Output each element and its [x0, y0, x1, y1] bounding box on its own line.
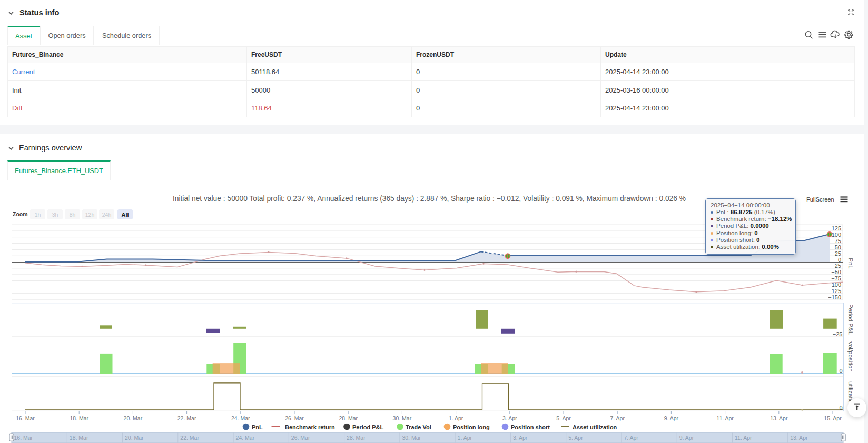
- svg-text:Benchmark return: Benchmark return: [285, 424, 335, 430]
- svg-text:−125: −125: [828, 288, 841, 294]
- svg-text:0: 0: [838, 257, 841, 263]
- svg-text:PnL: PnL: [847, 258, 854, 269]
- svg-text:20. Mar: 20. Mar: [124, 415, 143, 421]
- svg-text:5. Apr: 5. Apr: [568, 435, 583, 441]
- svg-text:−75: −75: [831, 275, 841, 281]
- svg-text:20. Mar: 20. Mar: [125, 435, 144, 441]
- svg-text:30. Mar: 30. Mar: [393, 415, 412, 421]
- svg-text:16. Mar: 16. Mar: [16, 415, 35, 421]
- svg-text:3. Apr: 3. Apr: [513, 435, 528, 441]
- svg-text:9. Apr: 9. Apr: [679, 435, 694, 441]
- svg-text:5. Apr: 5. Apr: [556, 415, 571, 421]
- svg-text:24. Mar: 24. Mar: [236, 435, 255, 441]
- svg-text:30. Mar: 30. Mar: [402, 435, 421, 441]
- svg-text:−50: −50: [831, 269, 841, 275]
- svg-text:18. Mar: 18. Mar: [70, 435, 88, 441]
- svg-text:24. Mar: 24. Mar: [231, 415, 250, 421]
- svg-text:Position long: Position long: [453, 424, 490, 430]
- svg-text:9. Apr: 9. Apr: [664, 415, 679, 421]
- svg-text:1. Apr: 1. Apr: [449, 415, 463, 421]
- svg-text:Trade Vol: Trade Vol: [406, 424, 431, 430]
- svg-text:vol/position: vol/position: [847, 341, 854, 372]
- svg-text:11. Apr: 11. Apr: [735, 435, 752, 441]
- svg-text:26. Mar: 26. Mar: [291, 435, 310, 441]
- svg-text:22. Mar: 22. Mar: [177, 415, 196, 421]
- svg-text:18. Mar: 18. Mar: [70, 415, 88, 421]
- svg-text:Position short: Position short: [511, 424, 550, 430]
- svg-text:50: 50: [835, 244, 841, 250]
- svg-text:13. Apr: 13. Apr: [770, 415, 788, 421]
- svg-text:28. Mar: 28. Mar: [339, 415, 358, 421]
- svg-text:Period P&L: Period P&L: [847, 304, 854, 335]
- svg-text:7. Apr: 7. Apr: [624, 435, 638, 441]
- svg-text:−25: −25: [831, 263, 841, 269]
- svg-text:100: 100: [832, 231, 841, 238]
- svg-text:−150: −150: [828, 294, 841, 300]
- svg-text:7. Apr: 7. Apr: [610, 415, 625, 421]
- svg-text:25: 25: [835, 250, 841, 257]
- svg-text:PnL: PnL: [252, 424, 263, 430]
- svg-text:22. Mar: 22. Mar: [180, 435, 199, 441]
- svg-text:Asset utilization: Asset utilization: [573, 424, 617, 430]
- svg-text:1. Apr: 1. Apr: [458, 435, 472, 441]
- svg-text:75: 75: [835, 238, 841, 244]
- svg-text:0: 0: [839, 368, 842, 374]
- svg-text:11. Apr: 11. Apr: [716, 415, 734, 421]
- svg-text:13. Apr: 13. Apr: [790, 435, 808, 441]
- svg-text:26. Mar: 26. Mar: [285, 415, 304, 421]
- svg-text:15. Apr: 15. Apr: [824, 415, 842, 421]
- svg-text:3. Apr: 3. Apr: [502, 415, 517, 421]
- svg-text:−25: −25: [833, 331, 843, 337]
- svg-text:125: 125: [832, 225, 841, 231]
- svg-text:0: 0: [839, 405, 842, 411]
- svg-text:28. Mar: 28. Mar: [347, 435, 366, 441]
- svg-text:Period P&L: Period P&L: [352, 424, 384, 430]
- svg-text:16. Mar: 16. Mar: [14, 435, 33, 441]
